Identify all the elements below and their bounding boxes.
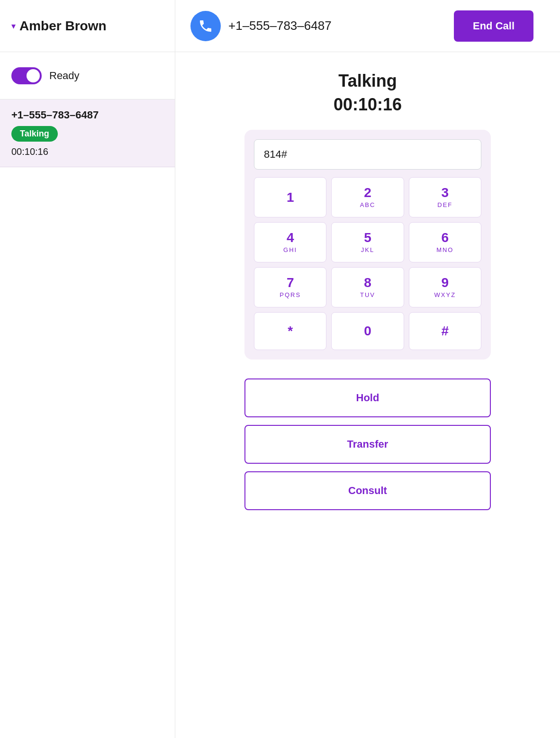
body: Ready +1–555–783–6487 Talking 00:10:16 T…	[0, 52, 560, 738]
consult-button[interactable]: Consult	[244, 471, 491, 510]
dialpad-key-5[interactable]: 5 JKL	[331, 222, 404, 262]
dialpad-key-9[interactable]: 9 WXYZ	[409, 267, 481, 307]
key-number-4: 4	[287, 231, 294, 244]
key-number-6: 6	[442, 231, 449, 244]
dialpad-key-7[interactable]: 7 PQRS	[254, 267, 326, 307]
ready-label: Ready	[49, 70, 80, 82]
sidebar: Ready +1–555–783–6487 Talking 00:10:16	[0, 52, 175, 738]
chevron-down-icon[interactable]: ▾	[11, 21, 16, 31]
key-letters-5: JKL	[361, 246, 374, 253]
talking-badge: Talking	[11, 126, 58, 142]
talking-title: Talking	[338, 71, 397, 91]
call-info-panel: +1–555–783–6487 Talking 00:10:16	[0, 99, 175, 167]
key-number-9: 9	[442, 276, 449, 289]
talking-timer: 00:10:16	[334, 95, 402, 115]
dialpad-key-hash[interactable]: #	[409, 312, 481, 350]
dialpad-key-star[interactable]: *	[254, 312, 326, 350]
key-number-2: 2	[364, 186, 371, 199]
end-call-button[interactable]: End Call	[454, 10, 533, 42]
key-letters-6: MNO	[436, 246, 453, 253]
dialpad-key-3[interactable]: 3 DEF	[409, 177, 481, 217]
key-letters-9: WXYZ	[434, 291, 456, 298]
key-letters-3: DEF	[437, 201, 452, 208]
phone-icon	[190, 11, 221, 41]
main-content: Talking 00:10:16 1 2 ABC 3 DEF	[175, 52, 560, 738]
header-left: ▾ Amber Brown	[0, 0, 175, 52]
key-number-0: 0	[364, 324, 371, 338]
toggle-thumb	[27, 69, 40, 82]
key-letters-2: ABC	[360, 201, 376, 208]
dialpad-input[interactable]	[254, 139, 481, 170]
key-number-7: 7	[287, 276, 294, 289]
dialpad-key-0[interactable]: 0	[331, 312, 404, 350]
dialpad-key-8[interactable]: 8 TUV	[331, 267, 404, 307]
header-phone-number: +1–555–783–6487	[228, 18, 332, 33]
header-center: +1–555–783–6487 End Call	[175, 10, 560, 42]
key-number-1: 1	[287, 191, 294, 204]
dialpad-container: 1 2 ABC 3 DEF 4 GHI 5 JKL	[244, 130, 491, 360]
dialpad-grid: 1 2 ABC 3 DEF 4 GHI 5 JKL	[254, 177, 481, 350]
agent-name: Amber Brown	[19, 18, 107, 34]
key-number-3: 3	[442, 186, 449, 199]
ready-toggle[interactable]	[11, 67, 42, 84]
key-number-star: *	[288, 324, 293, 338]
call-timer-sidebar: 00:10:16	[11, 146, 163, 157]
header: ▾ Amber Brown +1–555–783–6487 End Call	[0, 0, 560, 52]
key-number-hash: #	[442, 324, 449, 338]
dialpad-key-6[interactable]: 6 MNO	[409, 222, 481, 262]
key-letters-7: PQRS	[280, 291, 301, 298]
key-letters-8: TUV	[360, 291, 375, 298]
key-letters-4: GHI	[283, 246, 297, 253]
call-phone-number: +1–555–783–6487	[11, 109, 163, 121]
action-buttons: Hold Transfer Consult	[244, 378, 491, 510]
dialpad-key-4[interactable]: 4 GHI	[254, 222, 326, 262]
transfer-button[interactable]: Transfer	[244, 425, 491, 464]
hold-button[interactable]: Hold	[244, 378, 491, 417]
ready-section: Ready	[0, 52, 175, 99]
key-number-8: 8	[364, 276, 371, 289]
key-number-5: 5	[364, 231, 371, 244]
dialpad-key-1[interactable]: 1	[254, 177, 326, 217]
dialpad-key-2[interactable]: 2 ABC	[331, 177, 404, 217]
